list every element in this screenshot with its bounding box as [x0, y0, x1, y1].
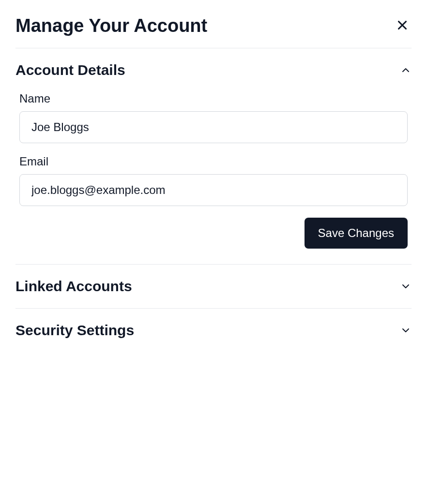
section-header-security-settings[interactable]: Security Settings: [15, 309, 412, 352]
name-field-group: Name: [19, 92, 408, 143]
chevron-down-icon: [400, 325, 412, 336]
email-label: Email: [19, 155, 408, 168]
chevron-up-icon: [400, 64, 412, 76]
section-title-account-details: Account Details: [15, 62, 125, 78]
email-field-group: Email: [19, 155, 408, 206]
section-title-linked-accounts: Linked Accounts: [15, 278, 132, 295]
section-body-account-details: Name Email Save Changes: [15, 92, 412, 264]
section-header-linked-accounts[interactable]: Linked Accounts: [15, 265, 412, 308]
chevron-down-icon: [400, 281, 412, 292]
page-title: Manage Your Account: [15, 15, 207, 36]
section-title-security-settings: Security Settings: [15, 322, 134, 339]
section-security-settings: Security Settings: [15, 309, 412, 352]
close-icon: [395, 18, 410, 34]
section-account-details: Account Details Name Email Save Changes: [15, 48, 412, 265]
save-button[interactable]: Save Changes: [305, 218, 408, 249]
email-input[interactable]: [19, 174, 408, 206]
close-button[interactable]: [393, 16, 412, 36]
name-input[interactable]: [19, 111, 408, 143]
name-label: Name: [19, 92, 408, 105]
actions-row: Save Changes: [19, 218, 408, 249]
page-header: Manage Your Account: [15, 15, 412, 48]
section-header-account-details[interactable]: Account Details: [15, 48, 412, 92]
section-linked-accounts: Linked Accounts: [15, 265, 412, 309]
